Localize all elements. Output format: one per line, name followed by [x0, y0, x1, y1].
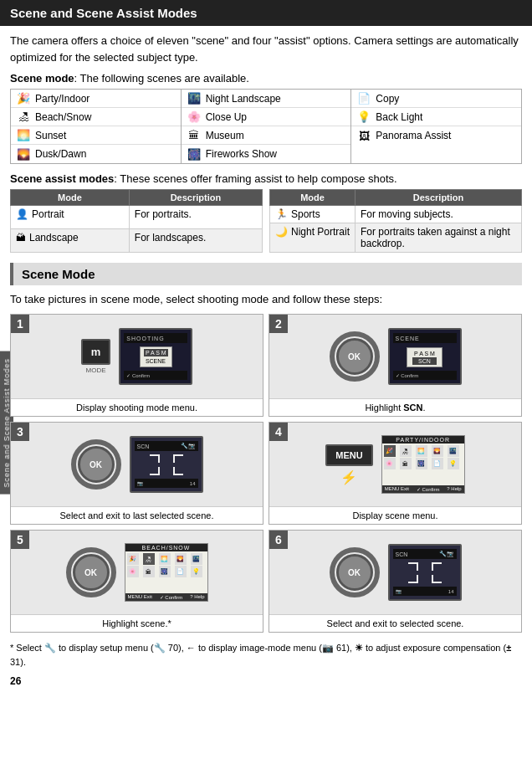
scene-mode-table: 🎉 Party/Indoor 🏖 Beach/Snow 🌅 Sunset 🌄 D… — [10, 89, 522, 164]
scene-cell-museum: 🏛 Museum — [182, 126, 351, 145]
mode-cell-night-portrait: 🌙 Night Portrait — [275, 226, 350, 238]
steps-intro: To take pictures in scene mode, select s… — [10, 292, 522, 307]
step-5-number: 5 — [11, 531, 29, 549]
step-1: 1 m MODE SHOOTING P A S M SCENE — [10, 314, 263, 417]
step-4-number: 4 — [269, 423, 288, 441]
fireworks-icon: 🎆 — [187, 148, 202, 161]
assist-table-right: Mode Description 🏃 Sports For moving sub… — [269, 189, 522, 253]
night-portrait-icon: 🌙 — [275, 226, 288, 238]
scene-cell-sunset: 🌅 Sunset — [11, 126, 181, 145]
step-3-image: OK SCN🔧📷 📷14 — [11, 423, 263, 506]
step-6: 6 OK SCN🔧📷 — [269, 530, 522, 633]
panorama-icon: 🖼 — [356, 130, 371, 142]
header-title: Scene and Scene Assist Modes — [10, 6, 197, 20]
scene-cell-party: 🎉 Party/Indoor — [11, 90, 181, 108]
scene-cell-dusk: 🌄 Dusk/Dawn — [11, 145, 181, 163]
portrait-icon: 👤 — [16, 208, 28, 220]
assist-label: Scene assist modes: These scenes offer f… — [10, 172, 522, 185]
scene-col-3: 📄 Copy 💡 Back Light 🖼 Panorama Assist — [351, 90, 521, 163]
sunset-icon: 🌅 — [16, 129, 31, 141]
mode-cell-landscape: 🏔 Landscape — [16, 232, 124, 244]
dusk-icon: 🌄 — [16, 148, 31, 161]
table-row: 🏔 Landscape For landscapes. — [11, 229, 263, 253]
page-header: Scene and Scene Assist Modes — [0, 0, 532, 26]
scene-cell-backlight: 💡 Back Light — [351, 108, 521, 126]
table-row: 👤 Portrait For portraits. — [11, 206, 263, 229]
step-2: 2 OK SCENE P A S M SCN — [269, 314, 522, 417]
intro-paragraph: The camera offers a choice of eleven "sc… — [10, 33, 522, 65]
step-2-number: 2 — [269, 315, 288, 333]
page-number: 26 — [0, 675, 532, 687]
beach-icon: 🏖 — [16, 110, 31, 123]
assist-table-left: Mode Description 👤 Portrait For portrait… — [10, 189, 263, 253]
scene-col-2: 🌃 Night Landscape 🌸 Close Up 🏛 Museum 🎆 … — [182, 90, 352, 163]
step-4-image: MENU ⚡ PARTY/INDOOR 🎉 🏖 🌅 🌄 🌃 🌸 🏛 — [269, 423, 521, 506]
scene-cell-fireworks: 🎆 Fireworks Show — [182, 145, 351, 163]
scene-mode-label: Scene mode: The following scenes are ava… — [10, 72, 522, 85]
closeup-icon: 🌸 — [187, 110, 202, 123]
backlight-icon: 💡 — [356, 110, 371, 123]
scene-mode-section-header: Scene Mode — [10, 263, 522, 285]
step-2-image: OK SCENE P A S M SCN ✓ Confirm — [269, 315, 521, 398]
step-1-caption: Display shooting mode menu. — [11, 398, 263, 416]
step-6-number: 6 — [269, 531, 288, 549]
party-icon: 🎉 — [16, 92, 31, 105]
scene-cell-beach: 🏖 Beach/Snow — [11, 108, 181, 126]
mode-cell-sports: 🏃 Sports — [275, 208, 350, 220]
step-3: 3 OK SCN🔧📷 — [10, 422, 263, 525]
scene-col-1: 🎉 Party/Indoor 🏖 Beach/Snow 🌅 Sunset 🌄 D… — [11, 90, 182, 163]
scene-cell-panorama: 🖼 Panorama Assist — [351, 126, 521, 145]
step-5-image: OK BEACH/SNOW 🎉 🏖 🌅 🌄 🌃 🌸 🏛 🎆 — [11, 531, 263, 614]
step-6-caption: Select and exit to selected scene. — [269, 614, 521, 632]
step-4-caption: Display scene menu. — [269, 506, 521, 524]
step-5-caption: Highlight scene.* — [11, 614, 263, 632]
night-landscape-icon: 🌃 — [187, 92, 202, 105]
copy-icon: 📄 — [356, 92, 371, 105]
step-5: 5 OK BEACH/SNOW 🎉 🏖 🌅 🌄 🌃 — [10, 530, 263, 633]
step-3-caption: Select and exit to last selected scene. — [11, 506, 263, 524]
scene-cell-night-landscape: 🌃 Night Landscape — [182, 90, 351, 108]
steps-grid: 1 m MODE SHOOTING P A S M SCENE — [10, 314, 522, 633]
step-1-image: m MODE SHOOTING P A S M SCENE ✓ Confirm — [11, 315, 263, 398]
step-3-number: 3 — [11, 423, 29, 441]
landscape-icon: 🏔 — [16, 232, 26, 244]
museum-icon: 🏛 — [187, 129, 202, 141]
step-4: 4 MENU ⚡ PARTY/INDOOR 🎉 🏖 🌅 🌄 — [269, 422, 522, 525]
assist-tables: Mode Description 👤 Portrait For portrait… — [10, 189, 522, 253]
footer-note: * Select 🔧 to display setup menu (🔧 70),… — [0, 641, 532, 669]
sports-icon: 🏃 — [275, 208, 288, 220]
scene-cell-closeup: 🌸 Close Up — [182, 108, 351, 126]
scene-cell-copy: 📄 Copy — [351, 90, 521, 108]
table-row: 🌙 Night Portrait For portraits taken aga… — [270, 223, 522, 253]
step-6-image: OK SCN🔧📷 📷14 — [269, 531, 521, 614]
mode-cell-portrait: 👤 Portrait — [16, 208, 124, 220]
step-2-caption: Highlight SCN. — [269, 398, 521, 416]
step-1-number: 1 — [11, 315, 29, 333]
assist-section: Scene assist modes: These scenes offer f… — [10, 172, 522, 253]
table-row: 🏃 Sports For moving subjects. — [270, 206, 522, 223]
